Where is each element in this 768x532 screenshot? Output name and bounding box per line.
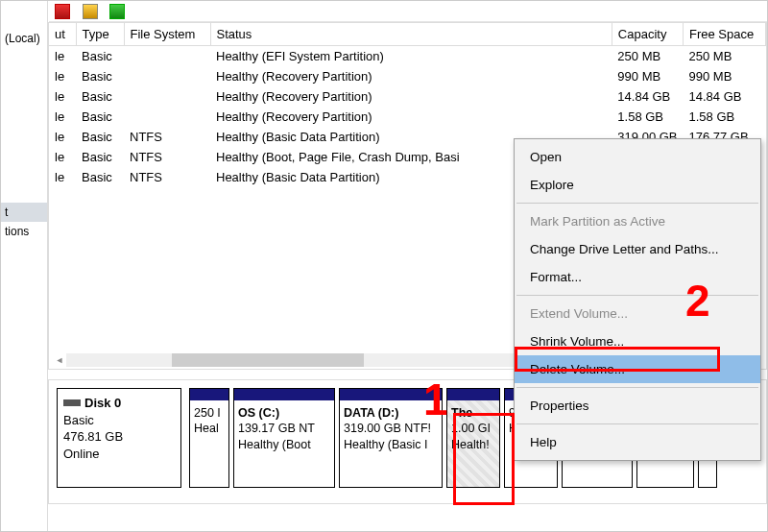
- cell-free: 1.58 GB: [684, 107, 766, 127]
- cell-type: Basic: [76, 46, 124, 67]
- menu-explore[interactable]: Explore: [515, 171, 760, 199]
- cell-type: Basic: [76, 147, 124, 167]
- cell-layout: le: [49, 86, 76, 107]
- col-layout[interactable]: ut: [49, 23, 76, 46]
- partition-block[interactable]: The1.00 GIHealth!: [446, 388, 500, 488]
- partition-status: Healthy (Boot: [238, 437, 330, 452]
- partition-color-bar: [340, 389, 442, 400]
- menu-open[interactable]: Open: [515, 143, 760, 171]
- col-capacity[interactable]: Capacity: [612, 23, 683, 46]
- context-menu: Open Explore Mark Partition as Active Ch…: [514, 138, 761, 461]
- tree-root-label[interactable]: (Local): [1, 28, 47, 49]
- cell-type: Basic: [76, 167, 124, 187]
- disk-type: Basic: [63, 412, 175, 429]
- menu-mark-active: Mark Partition as Active: [515, 207, 760, 235]
- hdd-icon: [63, 399, 81, 406]
- cell-layout: le: [49, 167, 76, 187]
- cell-fs: NTFS: [124, 147, 210, 167]
- cell-cap: 14.84 GB: [612, 86, 683, 107]
- cell-free: 990 MB: [684, 66, 766, 86]
- cell-fs: [124, 86, 210, 107]
- cell-layout: le: [49, 147, 76, 167]
- col-filesystem[interactable]: File System: [124, 23, 210, 46]
- cell-fs: NTFS: [124, 127, 210, 147]
- left-tree[interactable]: (Local) t tions: [1, 1, 48, 531]
- partition-name: OS (C:): [238, 405, 330, 421]
- cell-layout: le: [49, 127, 76, 147]
- menu-properties[interactable]: Properties: [515, 392, 760, 420]
- partition-status: Healthy (Basic I: [344, 437, 438, 452]
- partition-color-bar: [447, 389, 499, 400]
- partition-block[interactable]: DATA (D:)319.00 GB NTF!Healthy (Basic I: [339, 388, 443, 488]
- menu-extend: Extend Volume...: [515, 300, 760, 327]
- menu-delete-volume[interactable]: Delete Volume...: [515, 355, 760, 383]
- cell-fs: [124, 107, 210, 127]
- cell-type: Basic: [76, 107, 124, 127]
- table-header-row: ut Type File System Status Capacity Free…: [49, 23, 766, 46]
- cell-type: Basic: [76, 127, 124, 147]
- menu-format[interactable]: Format...: [515, 263, 760, 291]
- menu-help[interactable]: Help: [515, 428, 760, 456]
- cell-status: Healthy (Recovery Partition): [210, 107, 612, 127]
- menu-shrink[interactable]: Shrink Volume...: [515, 327, 760, 355]
- cell-layout: le: [49, 66, 76, 86]
- partition-size: 250 I: [194, 405, 225, 421]
- disk-size: 476.81 GB: [63, 428, 175, 446]
- table-row[interactable]: leBasicHealthy (EFI System Partition)250…: [49, 46, 766, 67]
- toolbar-icon[interactable]: [109, 4, 125, 19]
- partition-status: Heal: [194, 421, 225, 436]
- table-row[interactable]: leBasicHealthy (Recovery Partition)14.84…: [49, 86, 766, 107]
- partition-name: DATA (D:): [344, 405, 438, 421]
- partition-status: Health!: [451, 437, 495, 452]
- scroll-thumb[interactable]: [172, 353, 364, 367]
- cell-cap: 250 MB: [612, 46, 683, 67]
- cell-fs: NTFS: [124, 167, 210, 187]
- cell-cap: 1.58 GB: [612, 107, 683, 127]
- tree-item[interactable]: tions: [1, 222, 47, 241]
- toolbar: [49, 1, 767, 22]
- disk-name: Disk 0: [84, 396, 121, 410]
- partition-name: The: [451, 405, 495, 421]
- menu-change-letter[interactable]: Change Drive Letter and Paths...: [515, 235, 760, 263]
- toolbar-icon[interactable]: [55, 4, 70, 19]
- disk-label-box[interactable]: Disk 0 Basic 476.81 GB Online: [57, 388, 181, 488]
- toolbar-icon[interactable]: [83, 4, 98, 19]
- col-type[interactable]: Type: [76, 23, 124, 46]
- cell-status: Healthy (EFI System Partition): [210, 46, 612, 67]
- cell-layout: le: [49, 46, 76, 67]
- col-status[interactable]: Status: [210, 23, 612, 46]
- cell-fs: [124, 46, 210, 67]
- partition-size: 319.00 GB NTF!: [344, 421, 438, 436]
- tree-item[interactable]: t: [1, 203, 47, 222]
- cell-free: 14.84 GB: [684, 86, 766, 107]
- partition-size: 1.00 GI: [451, 421, 495, 436]
- partition-color-bar: [190, 389, 228, 400]
- disk-state: Online: [63, 446, 175, 463]
- cell-type: Basic: [76, 86, 124, 107]
- cell-layout: le: [49, 107, 76, 127]
- cell-cap: 990 MB: [612, 66, 683, 86]
- table-row[interactable]: leBasicHealthy (Recovery Partition)1.58 …: [49, 107, 766, 127]
- partition-color-bar: [234, 389, 334, 400]
- cell-free: 250 MB: [684, 46, 766, 67]
- partition-size: 139.17 GB NT: [238, 421, 330, 436]
- cell-status: Healthy (Recovery Partition): [210, 86, 612, 107]
- table-row[interactable]: leBasicHealthy (Recovery Partition)990 M…: [49, 66, 766, 86]
- partition-block[interactable]: 250 IHeal: [189, 388, 229, 488]
- col-freespace[interactable]: Free Space: [684, 23, 766, 46]
- cell-type: Basic: [76, 66, 124, 86]
- disk-management-window: { "leftnav": { "header": "(Local)", "ite…: [0, 0, 768, 532]
- cell-fs: [124, 66, 210, 86]
- scroll-left-icon[interactable]: ◄: [53, 353, 66, 367]
- cell-status: Healthy (Recovery Partition): [210, 66, 612, 86]
- partition-block[interactable]: OS (C:)139.17 GB NTHealthy (Boot: [233, 388, 335, 488]
